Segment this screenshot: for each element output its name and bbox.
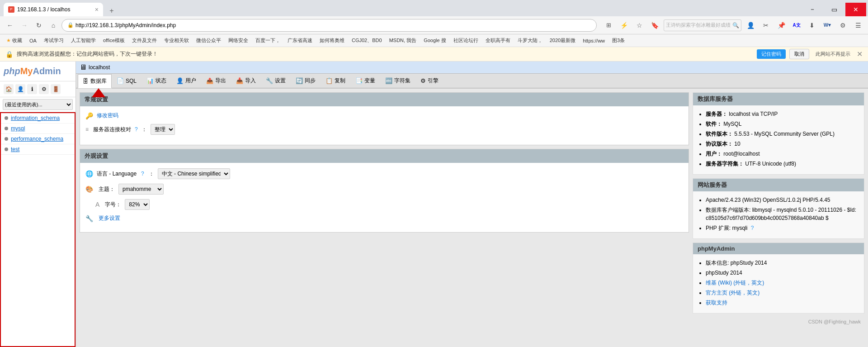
db-name-mysql[interactable]: mysql bbox=[11, 125, 25, 132]
new-tab-button[interactable]: + bbox=[105, 5, 118, 16]
pin-button[interactable]: 📌 bbox=[775, 19, 788, 32]
refresh-button[interactable]: ↻ bbox=[33, 19, 45, 32]
bookmark-image[interactable]: 图3条 bbox=[609, 36, 627, 45]
sidebar-info-icon[interactable]: ℹ bbox=[27, 84, 37, 94]
pma-wiki-link[interactable]: 维基 (Wiki) (外链，英文) bbox=[706, 280, 764, 286]
tab-charset[interactable]: 🔤 字符集 bbox=[380, 74, 415, 88]
tab-import[interactable]: 📥 导入 bbox=[231, 74, 261, 88]
tab-database[interactable]: 🗄 数据库 bbox=[78, 74, 112, 88]
sidebar-exit-icon[interactable]: 🚪 bbox=[51, 84, 61, 94]
bookmark-forum[interactable]: 社区论坛行 bbox=[451, 36, 481, 45]
bookmark-files[interactable]: 文件及文件 bbox=[129, 36, 160, 45]
pma-toolbar: 🖥 localhost 🗄 数据库 📄 bbox=[76, 62, 868, 89]
tab-status[interactable]: 📊 状态 bbox=[142, 74, 171, 88]
language-select[interactable]: 中文 - Chinese simplified bbox=[158, 168, 230, 179]
db-selector[interactable]: (最近使用的表)... bbox=[0, 97, 75, 112]
pma-tabs: 🗄 数据库 📄 SQL 📊 状态 👤 用户 bbox=[76, 74, 868, 88]
recent-tables-select[interactable]: (最近使用的表)... bbox=[3, 99, 73, 110]
bookmark-google[interactable]: Google 搜 bbox=[421, 36, 449, 45]
minimize-button[interactable]: － bbox=[802, 3, 823, 16]
search-icon: 🔍 bbox=[732, 22, 739, 29]
tab-settings[interactable]: 🔧 设置 bbox=[261, 74, 291, 88]
sidebar-home-icon[interactable]: 🏠 bbox=[4, 84, 14, 94]
collation-help-icon[interactable]: ? bbox=[135, 126, 138, 133]
db-item-test[interactable]: test bbox=[1, 144, 75, 155]
bookmark-douluodalu[interactable]: 斗罗大陆， bbox=[515, 36, 545, 45]
never-save-button[interactable]: 此网站不再提示 bbox=[813, 49, 853, 59]
bookmark-security[interactable]: 网络安全 bbox=[226, 36, 251, 45]
db-item-information-schema[interactable]: information_schema bbox=[1, 113, 75, 124]
db-item-mysql[interactable]: mysql bbox=[1, 124, 75, 134]
save-password-button[interactable]: 记住密码 bbox=[757, 49, 786, 59]
db-name-information-schema[interactable]: information_schema bbox=[11, 115, 60, 121]
sidebar-settings-icon[interactable]: ⚙ bbox=[39, 84, 49, 94]
bookmark-msdn[interactable]: MSDN, 我告 bbox=[387, 36, 420, 45]
bookmark-favorites[interactable]: ★ 收藏 bbox=[4, 36, 25, 45]
server-collation-select[interactable]: 整理 bbox=[151, 124, 175, 135]
bookmark-2020[interactable]: 2020最新微 bbox=[547, 36, 578, 45]
logo-my: My bbox=[20, 66, 33, 76]
change-password-link[interactable]: 修改密码 bbox=[97, 112, 118, 119]
tab-engine[interactable]: ⚙ 引擎 bbox=[415, 74, 443, 88]
pma-homepage-link[interactable]: 官方主页 (外链，英文) bbox=[706, 290, 760, 296]
tab-sync[interactable]: 🔄 同步 bbox=[291, 74, 321, 88]
tab-export[interactable]: 📤 导出 bbox=[201, 74, 231, 88]
bookmark-gd[interactable]: 广东省高速 bbox=[285, 36, 315, 45]
tab-sql[interactable]: 📄 SQL bbox=[112, 74, 142, 87]
tab-variables[interactable]: 📑 变量 bbox=[350, 74, 380, 88]
settings-button[interactable]: ⚙ bbox=[836, 19, 849, 32]
web-server-value-1: 数据库客户端版本: libmysql - mysqlnd 5.0.10 - 20… bbox=[706, 207, 856, 221]
appearance-settings-panel: 外观设置 🌐 语言 - Language ? ： 中文 - Chinese si… bbox=[80, 149, 689, 233]
language-help-icon[interactable]: ? bbox=[141, 171, 144, 177]
more-settings-link[interactable]: 更多设置 bbox=[99, 214, 120, 222]
db-item-performance-schema[interactable]: performance_schema bbox=[1, 134, 75, 144]
bookmark-https[interactable]: https://ww bbox=[580, 37, 608, 44]
bookmark-button[interactable]: 🔖 bbox=[648, 19, 661, 32]
bookmark-baidu[interactable]: 百度一下， bbox=[253, 36, 283, 45]
db-name-performance-schema[interactable]: performance_schema bbox=[11, 136, 63, 142]
bookmark-study[interactable]: 考试学习 bbox=[41, 36, 66, 45]
bookmark-aov[interactable]: 如何将奥维 bbox=[317, 36, 347, 45]
bookmark-professional[interactable]: 专业相关软 bbox=[161, 36, 192, 45]
breadcrumb: 🖥 localhost bbox=[76, 62, 868, 74]
url-input[interactable] bbox=[75, 22, 591, 29]
bookmark-cgj[interactable]: CGJ02、BD0 bbox=[349, 36, 385, 45]
notification-close-button[interactable]: ✕ bbox=[857, 50, 863, 58]
bookmark-wechat[interactable]: 微信公众平 bbox=[193, 36, 224, 45]
user-button[interactable]: 👤 bbox=[744, 19, 757, 32]
home-button[interactable]: ⌂ bbox=[47, 19, 60, 32]
extensions-button[interactable]: ⊞ bbox=[602, 19, 615, 32]
tab-close-button[interactable]: × bbox=[95, 6, 99, 13]
more-button[interactable]: ☰ bbox=[852, 19, 864, 32]
restore-button[interactable]: ▭ bbox=[824, 3, 844, 16]
web-server-body: Apache/2.4.23 (Win32) OpenSSL/1.0.2j PHP… bbox=[693, 191, 864, 238]
tab-copy[interactable]: 📋 复制 bbox=[321, 74, 350, 88]
navigation-bar: ← → ↻ ⌂ 🔒 ⊞ ⚡ ☆ 🔖 王诗钧探索字创冰雕最好成绩 🔍 👤 ✂ 📌 … bbox=[0, 16, 868, 34]
browser-tab[interactable]: P 192.168.1.3 / localhos × bbox=[4, 3, 103, 16]
lightning-button[interactable]: ⚡ bbox=[618, 19, 630, 32]
word-button[interactable]: W▾ bbox=[821, 19, 834, 32]
download-button[interactable]: ⬇ bbox=[806, 19, 818, 32]
bookmark-office[interactable]: office模板 bbox=[100, 36, 127, 45]
bookmark-ai[interactable]: 人工智能学 bbox=[68, 36, 99, 45]
address-bar[interactable]: 🔒 bbox=[61, 19, 597, 32]
translate-button[interactable]: A文 bbox=[790, 19, 803, 32]
forward-button[interactable]: → bbox=[18, 19, 31, 32]
bookmark-fulltime[interactable]: 全职高手有 bbox=[483, 36, 513, 45]
scissors-button[interactable]: ✂ bbox=[760, 19, 772, 32]
db-name-test[interactable]: test bbox=[11, 146, 19, 152]
mysqli-help-icon[interactable]: ? bbox=[751, 225, 754, 231]
collation-colon: ： bbox=[142, 126, 147, 133]
tab-users[interactable]: 👤 用户 bbox=[171, 74, 201, 88]
bookmark-oa[interactable]: OA bbox=[27, 37, 39, 44]
back-button[interactable]: ← bbox=[4, 19, 16, 32]
appearance-settings-header: 外观设置 bbox=[80, 149, 689, 163]
sidebar-user-icon[interactable]: 👤 bbox=[15, 84, 25, 94]
pma-support-link[interactable]: 获取支持 bbox=[706, 299, 727, 306]
close-button[interactable]: ✕ bbox=[845, 3, 866, 16]
star-button[interactable]: ☆ bbox=[633, 19, 646, 32]
font-size-select[interactable]: 82% bbox=[125, 199, 150, 210]
language-label: 语言 - Language bbox=[97, 170, 137, 178]
theme-select[interactable]: pmahomme bbox=[118, 184, 164, 195]
cancel-password-button[interactable]: 取消 bbox=[789, 49, 809, 59]
